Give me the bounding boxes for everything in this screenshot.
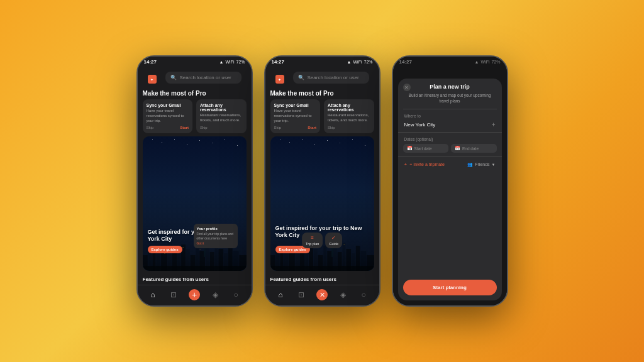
status-icons-1: ▲ WiFi 72% [219, 60, 245, 64]
card-actions-res-2: Skip [328, 126, 370, 129]
battery-icon-2: 72% [364, 60, 372, 64]
nav-home-1[interactable]: ⌂ [147, 289, 158, 300]
invite-label: + Invite a tripmate [409, 162, 445, 167]
invite-left[interactable]: + + Invite a tripmate [404, 162, 445, 167]
explore-btn-1[interactable]: Explore guides [148, 246, 182, 253]
guide-icon: ✓ [331, 235, 336, 241]
bottom-nav-2: ⌂ ⊡ ✕ ◈ ○ [265, 285, 379, 305]
friends-chevron-icon: ▼ [492, 163, 496, 167]
nav-bed-1[interactable]: ⊡ [168, 289, 179, 300]
invite-plus-icon: + [404, 162, 408, 167]
app-logo-2: ✦ [275, 75, 284, 84]
search-placeholder-1: Search location or user [180, 75, 231, 80]
nav-plus-1[interactable]: + [189, 289, 200, 300]
cards-row-1: Sync your Gmail Have your travel reserva… [138, 99, 252, 133]
card-actions-gmail-1: Skip Start [147, 126, 189, 129]
dialog-header: ✕ Plan a new trip [398, 79, 502, 92]
nav-close-2[interactable]: ✕ [316, 289, 328, 300]
add-destination-btn[interactable]: + [492, 121, 496, 128]
profile-popup-title-1: Your profile [197, 227, 235, 231]
card-title-res-2: Attach any reservations [328, 103, 370, 112]
start-date-label: Start date [414, 146, 432, 151]
dialog-spacer [398, 172, 502, 275]
calendar-start-icon: 📅 [407, 146, 413, 151]
search-icon-2: 🔍 [298, 75, 304, 80]
guide-chip[interactable]: ✓ Guide [325, 233, 342, 248]
status-time-2: 14:27 [272, 59, 284, 65]
dates-label: Dates (optional) [398, 133, 502, 143]
end-date-chip[interactable]: 📅 End date [451, 144, 497, 153]
trip-plan-chip[interactable]: ≡ Trip plan [302, 233, 323, 248]
featured-text-2: Featured guides from users [265, 274, 379, 285]
start-btn-gmail-1[interactable]: Start [180, 126, 189, 129]
search-icon-1: 🔍 [170, 75, 177, 80]
trip-plan-label: Trip plan [306, 242, 319, 246]
card-reservations-2: Attach any reservations Restaurant reser… [324, 99, 374, 133]
card-title-gmail-1: Sync your Gmail [147, 103, 189, 107]
stars-2 [270, 138, 374, 153]
signal-icon: ▲ [219, 60, 224, 64]
stars-1 [143, 138, 247, 153]
featured-text-1: Featured guides from users [138, 274, 252, 285]
skip-btn-gmail-2[interactable]: Skip [274, 126, 282, 129]
search-placeholder-2: Search location or user [308, 75, 359, 80]
card-actions-res-1: Skip [200, 126, 243, 129]
search-bar-2[interactable]: 🔍 Search location or user [293, 72, 369, 84]
got-it-btn-1[interactable]: Got it [197, 241, 235, 245]
end-date-label: End date [462, 146, 479, 151]
start-planning-btn[interactable]: Start planning [403, 280, 497, 295]
skip-btn-res-2[interactable]: Skip [328, 126, 335, 129]
search-bar-1[interactable]: 🔍 Search location or user [165, 72, 242, 84]
hero-content-1: Get inspired for your trip to New York C… [148, 229, 242, 253]
action-chips-popup: ≡ Trip plan ✓ Guide [302, 233, 342, 248]
invite-row: + + Invite a tripmate 👥 Friends ▼ [398, 157, 502, 172]
battery-icon: 72% [236, 60, 245, 64]
dialog-close-btn[interactable]: ✕ [403, 84, 411, 91]
signal-icon-2: ▲ [347, 60, 352, 64]
wifi-icon-2: WiFi [353, 60, 362, 64]
nav-bed-2[interactable]: ⊡ [296, 289, 307, 300]
plan-trip-dialog: ✕ Plan a new trip Build an itinerary and… [398, 79, 502, 300]
skip-btn-gmail-1[interactable]: Skip [147, 126, 154, 129]
phone-2: 14:27 ▲ WiFi 72% ✦ 🔍 Search location or … [264, 55, 380, 307]
where-to-value: New York City [404, 122, 436, 128]
friends-label: Friends [475, 162, 489, 167]
start-date-chip[interactable]: 📅 Start date [403, 144, 449, 153]
card-reservations-1: Attach any reservations Restaurant reser… [196, 99, 247, 133]
calendar-end-icon: 📅 [455, 146, 460, 151]
guide-label: Guide [329, 242, 338, 246]
trip-plan-icon: ≡ [311, 235, 314, 241]
nav-tag-1[interactable]: ◈ [209, 289, 221, 300]
nav-tag-2[interactable]: ◈ [337, 289, 348, 300]
card-title-res-1: Attach any reservations [200, 103, 243, 112]
nav-user-2[interactable]: ○ [358, 289, 369, 300]
hero-2: Get inspired for your trip to New York C… [270, 136, 374, 271]
card-text-res-2: Restaurant reservations, tickets, and mu… [328, 113, 370, 123]
hero-bottom-row-1: Explore guides Your profile Find all you… [148, 246, 242, 253]
start-btn-gmail-2[interactable]: Start [308, 126, 316, 129]
where-to-label: Where to [398, 109, 502, 119]
dialog-subtitle: Build an itinerary and map out your upco… [398, 92, 502, 109]
dialog-title: Plan a new trip [430, 84, 470, 90]
nav-user-1[interactable]: ○ [230, 289, 242, 300]
phone-1: 14:27 ▲ WiFi 72% ✦ 🔍 Search location or … [136, 55, 253, 307]
card-text-res-1: Restaurant reservations, tickets, and mu… [200, 113, 243, 123]
where-to-field[interactable]: New York City + [398, 119, 502, 133]
phone-3: 14:27 ▲ WiFi 72% ✕ Plan a new trip Build… [392, 55, 508, 307]
status-icons-2: ▲ WiFi 72% [347, 60, 373, 64]
section-title-1: Make the most of Pro [138, 87, 252, 99]
cards-row-2: Sync your Gmail Have your travel reserva… [265, 99, 379, 133]
status-bar-2: 14:27 ▲ WiFi 72% [265, 57, 379, 66]
nav-home-2[interactable]: ⌂ [275, 289, 286, 300]
card-gmail-1: Sync your Gmail Have your travel reserva… [143, 99, 193, 133]
friends-icon: 👥 [467, 162, 473, 167]
card-text-gmail-2: Have your travel reservations synced to … [274, 109, 317, 123]
status-time-1: 14:27 [144, 59, 157, 65]
invite-right[interactable]: 👥 Friends ▼ [467, 162, 495, 167]
card-title-gmail-2: Sync your Gmail [274, 103, 317, 107]
section-title-2: Make the most of Pro [265, 87, 379, 99]
skip-btn-res-1[interactable]: Skip [200, 126, 208, 129]
dates-row: 📅 Start date 📅 End date [398, 143, 502, 157]
profile-popup-text-1: Find all your trip plans and other docum… [197, 232, 235, 240]
card-text-gmail-1: Have your travel reservations synced to … [147, 109, 189, 123]
